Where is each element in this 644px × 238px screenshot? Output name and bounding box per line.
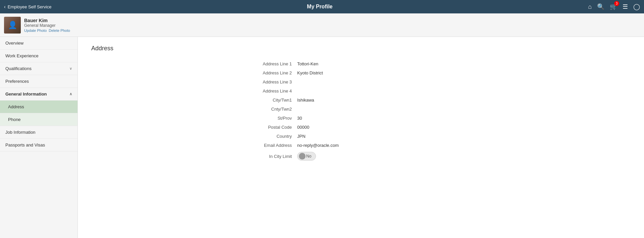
sidebar-item-qualifications[interactable]: Qualifications ∨ bbox=[0, 62, 77, 75]
field-address-line-1: Address Line 1 Tottori-Ken bbox=[244, 61, 478, 66]
sidebar-item-label: Address bbox=[8, 104, 24, 109]
address-form: Address Line 1 Tottori-Ken Address Line … bbox=[244, 61, 478, 161]
cart-badge: 3 bbox=[614, 1, 619, 6]
field-address-line-4: Address Line 4 bbox=[244, 88, 478, 94]
label-country: Country bbox=[244, 134, 297, 139]
label-cnty-twn2: Cnty/Twn2 bbox=[244, 107, 297, 112]
home-icon[interactable]: ⌂ bbox=[588, 3, 592, 10]
sidebar-item-job-information[interactable]: Job Information bbox=[0, 126, 77, 139]
value-postal-code: 00000 bbox=[297, 125, 309, 130]
label-st-prov: St/Prov bbox=[244, 116, 297, 121]
user-icon[interactable]: ◯ bbox=[633, 3, 640, 10]
sidebar-item-general-information[interactable]: General Information ∧ bbox=[0, 88, 77, 101]
sidebar-item-address[interactable]: Address bbox=[0, 101, 77, 113]
sidebar-item-label: Phone bbox=[8, 117, 21, 122]
sidebar: Overview Work Experience Qualifications … bbox=[0, 37, 78, 238]
field-cnty-twn2: Cnty/Twn2 bbox=[244, 107, 478, 112]
sidebar-item-label: Overview bbox=[5, 41, 23, 46]
sidebar-item-label: Preferences bbox=[5, 79, 29, 84]
profile-links: Update Photo Delete Photo bbox=[24, 28, 70, 33]
header-icons: ⌂ 🔍 🛒 3 ☰ ◯ bbox=[588, 3, 640, 10]
back-button[interactable]: ‹ Employee Self Service bbox=[4, 4, 51, 9]
value-city-twn1: Ishikawa bbox=[297, 98, 314, 103]
label-email-address: Email Address bbox=[244, 143, 297, 148]
field-email-address: Email Address no-reply@oracle.com bbox=[244, 143, 478, 148]
field-postal-code: Postal Code 00000 bbox=[244, 125, 478, 130]
sidebar-item-phone[interactable]: Phone bbox=[0, 113, 77, 126]
profile-bar: 👤 Bauer Kim General Manager Update Photo… bbox=[0, 13, 644, 37]
avatar-image: 👤 bbox=[4, 17, 21, 34]
profile-name: Bauer Kim bbox=[24, 18, 70, 23]
label-address-line-2: Address Line 2 bbox=[244, 70, 297, 75]
sidebar-item-label: Job Information bbox=[5, 130, 36, 135]
chevron-up-icon: ∧ bbox=[69, 92, 72, 96]
main-content: Address Address Line 1 Tottori-Ken Addre… bbox=[78, 37, 644, 238]
toggle-label: No bbox=[306, 154, 311, 159]
menu-icon[interactable]: ☰ bbox=[623, 3, 628, 10]
label-address-line-1: Address Line 1 bbox=[244, 61, 297, 66]
profile-info: Bauer Kim General Manager Update Photo D… bbox=[24, 18, 70, 33]
sidebar-item-label: General Information bbox=[5, 92, 47, 97]
value-address-line-1: Tottori-Ken bbox=[297, 61, 318, 66]
cart-icon[interactable]: 🛒 3 bbox=[610, 3, 617, 10]
value-country: JPN bbox=[297, 134, 306, 139]
back-label: Employee Self Service bbox=[8, 4, 52, 9]
avatar: 👤 bbox=[4, 17, 21, 34]
label-address-line-4: Address Line 4 bbox=[244, 88, 297, 94]
toggle-knob bbox=[299, 153, 306, 160]
sidebar-item-label: Work Experience bbox=[5, 53, 39, 58]
app-header: ‹ Employee Self Service My Profile ⌂ 🔍 🛒… bbox=[0, 0, 644, 13]
field-city-twn1: City/Twn1 Ishikawa bbox=[244, 98, 478, 103]
profile-job-title: General Manager bbox=[24, 23, 70, 28]
search-icon[interactable]: 🔍 bbox=[597, 3, 604, 10]
in-city-limit-toggle[interactable]: No bbox=[297, 152, 316, 161]
value-email-address: no-reply@oracle.com bbox=[297, 143, 339, 148]
sidebar-item-label: Qualifications bbox=[5, 66, 32, 71]
page-header-title: My Profile bbox=[51, 4, 588, 10]
label-city-twn1: City/Twn1 bbox=[244, 98, 297, 103]
field-address-line-3: Address Line 3 bbox=[244, 79, 478, 84]
label-address-line-3: Address Line 3 bbox=[244, 79, 297, 84]
label-in-city-limit: In City Limit bbox=[244, 154, 297, 159]
label-postal-code: Postal Code bbox=[244, 125, 297, 130]
value-address-line-2: Kyoto District bbox=[297, 70, 323, 75]
chevron-down-icon: ∨ bbox=[69, 66, 72, 71]
layout: Overview Work Experience Qualifications … bbox=[0, 37, 644, 238]
back-arrow-icon: ‹ bbox=[4, 4, 6, 9]
field-address-line-2: Address Line 2 Kyoto District bbox=[244, 70, 478, 75]
sidebar-item-work-experience[interactable]: Work Experience bbox=[0, 50, 77, 62]
sidebar-item-overview[interactable]: Overview bbox=[0, 37, 77, 50]
field-st-prov: St/Prov 30 bbox=[244, 116, 478, 121]
field-in-city-limit: In City Limit No bbox=[244, 152, 478, 161]
page-title: Address bbox=[91, 45, 631, 52]
sidebar-item-label: Passports and Visas bbox=[5, 142, 45, 147]
sidebar-item-passports-and-visas[interactable]: Passports and Visas bbox=[0, 139, 77, 152]
value-st-prov: 30 bbox=[297, 116, 302, 121]
update-photo-link[interactable]: Update Photo bbox=[24, 28, 47, 33]
field-country: Country JPN bbox=[244, 134, 478, 139]
sidebar-item-preferences[interactable]: Preferences bbox=[0, 75, 77, 88]
delete-photo-link[interactable]: Delete Photo bbox=[49, 28, 70, 33]
